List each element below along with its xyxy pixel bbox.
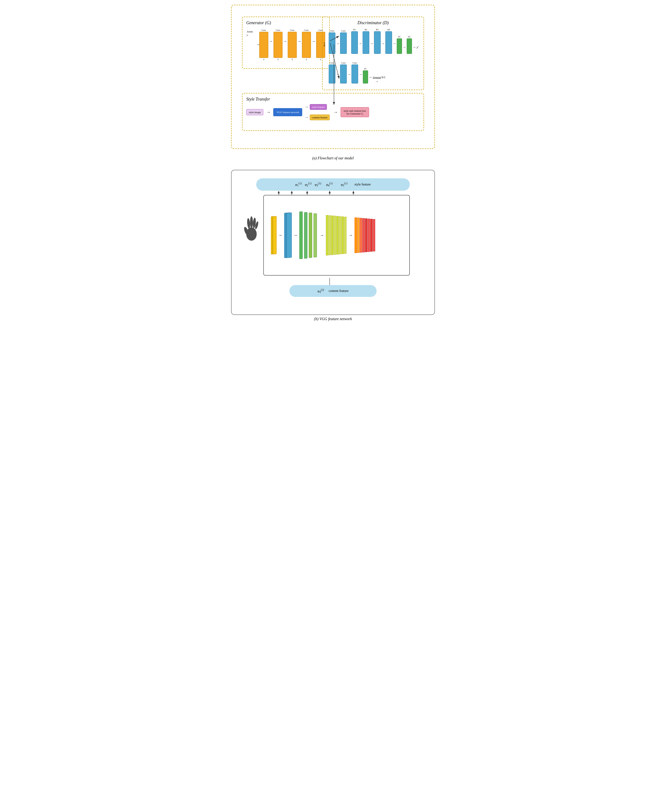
- fc2-label: FC: [408, 36, 410, 38]
- gen-conv-block-3: [288, 32, 297, 58]
- style-transfer-box: Style Transfer style image → VGG feature…: [242, 93, 424, 131]
- arr-bot-1: →: [336, 73, 340, 83]
- t-label-4: T: [306, 58, 307, 61]
- arr-r3: →: [381, 42, 385, 54]
- arr-fc1: →: [403, 45, 406, 54]
- arrow-vgg-style: →: [305, 105, 308, 109]
- style-feature-label-b: style feature: [354, 183, 371, 187]
- arrow-to-01: →: [375, 80, 379, 83]
- style-feature-box: style feature: [310, 104, 327, 110]
- disc-conv-top-2: [340, 33, 347, 54]
- output-01-label: 0/1: [382, 75, 386, 83]
- arrow-features-loss: →: [333, 110, 338, 115]
- joints-label: Joints: [247, 30, 253, 33]
- conv-label-1: Conv: [261, 29, 266, 31]
- loss-box: style and content loss for Generator G: [341, 107, 369, 117]
- vgg-arrow-4: →: [348, 233, 353, 238]
- arr-bot-4: →: [369, 75, 372, 83]
- fc2-block: [407, 38, 412, 54]
- r2-block: [363, 31, 369, 54]
- part-a-container: Generator (G) Joints y Conv T →: [231, 5, 435, 149]
- r1-block: [351, 31, 358, 54]
- arrow-4: →: [312, 39, 315, 51]
- conv-label-2: Conv: [275, 29, 280, 31]
- r4-label: R4: [387, 28, 390, 31]
- arr-r4: →: [393, 42, 396, 54]
- style-transfer-label: Style Transfer: [246, 97, 420, 102]
- y-label: y: [247, 33, 248, 36]
- gen-conv-block-1: [259, 32, 268, 58]
- style-feature-pill: φ1(1) φ2(1) φ3(1) φ4(1) φ5(1) style feat…: [256, 179, 410, 191]
- arrow-si-vgg: →: [266, 110, 270, 115]
- part-b-container: φ1(1) φ2(1) φ3(1) φ4(1) φ5(1) style feat…: [231, 170, 435, 315]
- caption-b: (b) VGG feature network: [231, 317, 435, 321]
- style-image-box: style image: [246, 109, 263, 115]
- arrow-vgg-content: →: [305, 116, 308, 119]
- arr-r1: →: [359, 42, 362, 54]
- arrow-joints: →: [256, 43, 260, 47]
- arr-disc-1: →: [336, 42, 340, 54]
- conv-label-3: Conv: [290, 29, 295, 31]
- r3-block: [374, 31, 381, 54]
- t-label-1: T: [263, 58, 264, 61]
- arrow-2: →: [283, 39, 287, 51]
- gen-conv-block-4: [302, 32, 311, 58]
- r2-label: R2: [365, 28, 368, 31]
- content-feature-box: content feature: [310, 114, 330, 120]
- disc-bot-fc-label: FC: [364, 68, 367, 70]
- fc1-block: [397, 38, 402, 54]
- t-label-5: T: [320, 58, 321, 61]
- disc-bot-conv1: [329, 64, 335, 83]
- arrow-1: →: [269, 39, 273, 51]
- disc-bot-conv1-label: Conv: [330, 62, 335, 64]
- fc1-label: FC: [398, 36, 401, 38]
- part-a-inner: Generator (G) Joints y Conv T →: [237, 10, 429, 143]
- discriminator-label: Discriminator (D): [326, 20, 420, 25]
- caption-a: (a) Flowchart of our model: [231, 156, 435, 160]
- arr-r2: →: [370, 42, 373, 54]
- sigmoid-label: Sigmoid: [373, 76, 381, 79]
- svg-point-6: [247, 218, 251, 229]
- disc-bot-conv3-label: Conv: [353, 62, 357, 64]
- disc-conv-top-2-label: Conv: [341, 30, 346, 32]
- arr-bot-3: →: [359, 73, 362, 83]
- r3-label: R3: [376, 28, 379, 31]
- disc-bot-conv3: [351, 64, 358, 83]
- y-prime-label: y′: [417, 45, 419, 54]
- conv-label-4: Conv: [304, 29, 309, 31]
- vgg-arrow-2: →: [293, 233, 297, 238]
- discriminator-box: Discriminator (D) Conv → Conv: [322, 17, 424, 90]
- content-feature-pill: φ4(2) content feature: [289, 285, 377, 297]
- arrow-3: →: [297, 39, 301, 51]
- vgg-arrow-1: →: [278, 233, 282, 238]
- svg-point-7: [250, 216, 253, 228]
- vgg-network-box: → →: [263, 195, 410, 276]
- hand-silhouette: [242, 214, 261, 242]
- disc-bot-conv2: [340, 64, 347, 83]
- r1-label: R1: [353, 28, 356, 31]
- arr-fc2: →: [413, 45, 416, 54]
- vgg-feature-box: VGG feature network: [273, 108, 302, 116]
- generator-label: Generator (G): [246, 20, 325, 25]
- disc-conv-top-1-label: Conv: [330, 30, 335, 32]
- disc-conv-top-1: [329, 33, 335, 54]
- disc-bot-conv2-label: Conv: [341, 62, 346, 64]
- content-feature-label-b: content feature: [329, 289, 349, 293]
- vgg-arrow-3: →: [320, 233, 324, 238]
- t-label-2: T: [277, 58, 279, 61]
- t-label-3: T: [292, 58, 293, 61]
- generator-box: Generator (G) Joints y Conv T →: [242, 17, 330, 69]
- arr-bot-2: →: [348, 73, 351, 83]
- gen-conv-block-2: [274, 32, 282, 58]
- disc-bot-fc: [363, 70, 368, 83]
- part-b-inner: φ1(1) φ2(1) φ3(1) φ4(1) φ5(1) style feat…: [237, 176, 429, 309]
- r4-block: [386, 31, 392, 54]
